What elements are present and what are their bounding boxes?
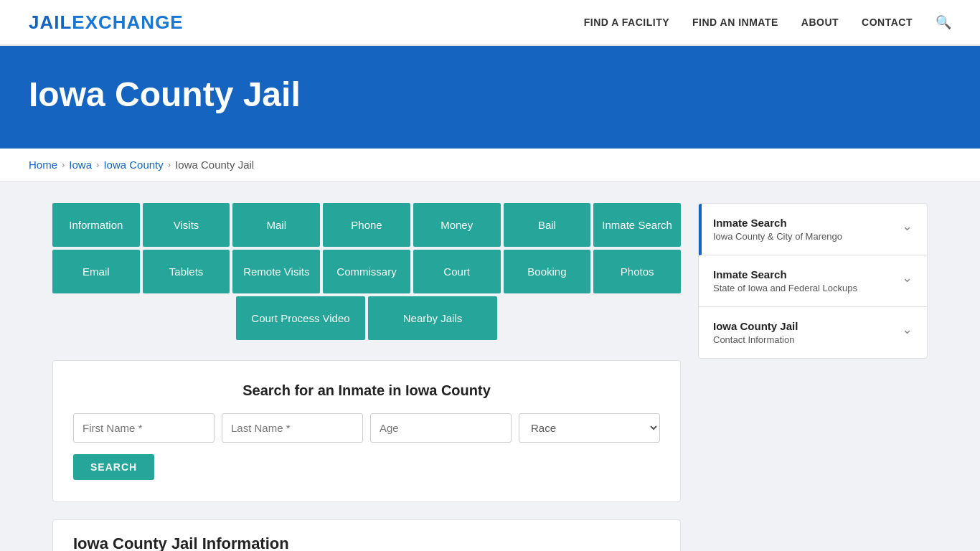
info-section-title: Iowa County Jail Information (52, 519, 681, 551)
nav-btn-remote-visits[interactable]: Remote Visits (232, 250, 320, 293)
header: JAILEXCHANGE FIND A FACILITY FIND AN INM… (0, 0, 980, 46)
breadcrumb-home[interactable]: Home (29, 159, 57, 171)
search-icon-button[interactable]: 🔍 (936, 14, 951, 30)
nav-btn-booking[interactable]: Booking (504, 250, 591, 293)
nav-find-facility[interactable]: FIND A FACILITY (584, 17, 669, 28)
page-title: Iowa County Jail (29, 75, 951, 114)
sidebar-item-inmate-search-county[interactable]: Inmate Search Iowa County & City of Mare… (699, 204, 927, 255)
search-form: Race White Black Hispanic Asian Other (73, 413, 660, 443)
race-select[interactable]: Race White Black Hispanic Asian Other (519, 413, 660, 443)
search-button[interactable]: SEARCH (73, 454, 154, 480)
nav-btn-court[interactable]: Court (413, 250, 501, 293)
nav-btn-email[interactable]: Email (52, 250, 140, 293)
sidebar-card: Inmate Search Iowa County & City of Mare… (698, 203, 928, 359)
logo[interactable]: JAILEXCHANGE (29, 11, 184, 34)
breadcrumb-current: Iowa County Jail (175, 159, 254, 171)
sidebar-item-subtitle-1: Iowa County & City of Marengo (713, 231, 842, 242)
logo-jail: JAIL (29, 11, 72, 33)
nav-btn-photos[interactable]: Photos (593, 250, 681, 293)
last-name-input[interactable] (222, 413, 363, 443)
nav-buttons-row3: Court Process Video Nearby Jails (52, 296, 681, 340)
nav-btn-information[interactable]: Information (52, 203, 140, 247)
nav-btn-money[interactable]: Money (413, 203, 501, 247)
nav-btn-court-process-video[interactable]: Court Process Video (236, 296, 365, 340)
chevron-down-icon-2: ⌄ (902, 270, 913, 286)
main-nav: FIND A FACILITY FIND AN INMATE ABOUT CON… (584, 14, 951, 30)
first-name-input[interactable] (73, 413, 215, 443)
nav-buttons-row2: Email Tablets Remote Visits Commissary C… (52, 250, 681, 293)
breadcrumb-iowa-county[interactable]: Iowa County (103, 159, 163, 171)
sidebar-item-title-3: Iowa County Jail (713, 320, 798, 332)
hero-section: Iowa County Jail (0, 46, 980, 149)
nav-btn-mail[interactable]: Mail (232, 203, 320, 247)
search-title: Search for an Inmate in Iowa County (73, 382, 660, 399)
breadcrumb-sep-2: › (96, 159, 99, 170)
sidebar-item-subtitle-2: State of Iowa and Federal Lockups (713, 283, 857, 293)
nav-btn-bail[interactable]: Bail (504, 203, 591, 247)
chevron-down-icon-1: ⌄ (902, 218, 913, 234)
sidebar-item-subtitle-3: Contact Information (713, 334, 798, 345)
nav-btn-inmate-search[interactable]: Inmate Search (593, 203, 681, 247)
logo-exchange: EXCHANGE (72, 11, 183, 33)
breadcrumb: Home › Iowa › Iowa County › Iowa County … (29, 159, 951, 171)
nav-btn-tablets[interactable]: Tablets (143, 250, 230, 293)
sidebar-item-text-3: Iowa County Jail Contact Information (713, 320, 798, 345)
nav-btn-visits[interactable]: Visits (143, 203, 230, 247)
sidebar-item-text-1: Inmate Search Iowa County & City of Mare… (713, 217, 842, 242)
right-sidebar: Inmate Search Iowa County & City of Mare… (698, 203, 928, 551)
sidebar-item-text-2: Inmate Search State of Iowa and Federal … (713, 268, 857, 293)
nav-contact[interactable]: CONTACT (862, 17, 913, 28)
nav-btn-nearby-jails[interactable]: Nearby Jails (368, 296, 497, 340)
breadcrumb-bar: Home › Iowa › Iowa County › Iowa County … (0, 149, 980, 182)
age-input[interactable] (370, 413, 512, 443)
nav-btn-phone[interactable]: Phone (323, 203, 410, 247)
chevron-down-icon-3: ⌄ (902, 321, 913, 337)
nav-btn-commissary[interactable]: Commissary (323, 250, 410, 293)
sidebar-item-title-1: Inmate Search (713, 217, 842, 229)
nav-find-inmate[interactable]: FIND AN INMATE (692, 17, 778, 28)
sidebar-item-contact-info[interactable]: Iowa County Jail Contact Information ⌄ (699, 307, 927, 358)
inmate-search-section: Search for an Inmate in Iowa County Race… (52, 360, 681, 502)
nav-buttons-row1: Information Visits Mail Phone Money Bail… (52, 203, 681, 247)
nav-about[interactable]: ABOUT (801, 17, 839, 28)
left-column: Information Visits Mail Phone Money Bail… (52, 203, 681, 551)
main-content: Information Visits Mail Phone Money Bail… (24, 182, 956, 551)
breadcrumb-sep-3: › (168, 159, 171, 170)
sidebar-item-title-2: Inmate Search (713, 268, 857, 281)
breadcrumb-sep-1: › (62, 159, 65, 170)
sidebar-item-inmate-search-state[interactable]: Inmate Search State of Iowa and Federal … (699, 255, 927, 307)
breadcrumb-iowa[interactable]: Iowa (69, 159, 92, 171)
